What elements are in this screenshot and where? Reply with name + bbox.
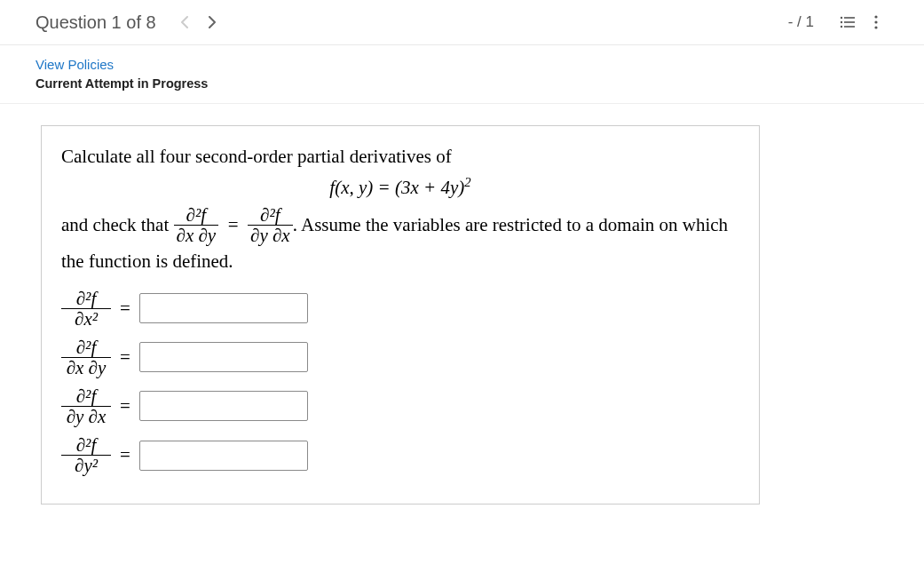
attempt-status: Current Attempt in Progress [36, 76, 888, 99]
kebab-icon [874, 15, 878, 29]
input-d2f-dydx[interactable] [139, 391, 308, 421]
answer-row-d2f-dxdy: ∂²f ∂x ∂y = [61, 338, 739, 377]
view-policies-link[interactable]: View Policies [36, 52, 888, 76]
answer-row-d2f-dydx: ∂²f ∂y ∂x = [61, 386, 739, 426]
label-d2f-dydx: ∂²f ∂y ∂x [61, 386, 111, 426]
question-header: Question 1 of 8 - / 1 [0, 0, 924, 45]
svg-point-7 [874, 20, 877, 23]
svg-rect-5 [844, 26, 855, 28]
input-d2f-dy2[interactable] [139, 441, 308, 471]
label-d2f-dy2: ∂²f ∂y² [61, 435, 111, 475]
svg-point-0 [841, 17, 842, 19]
prev-question-button[interactable] [172, 9, 199, 36]
input-d2f-dx2[interactable] [139, 293, 308, 323]
svg-point-6 [874, 15, 877, 18]
svg-point-8 [874, 26, 877, 28]
question-function: f(x, y) = (3x + 4y)2 [61, 173, 739, 203]
question-check-line: and check that ∂²f ∂x ∂y = ∂²f ∂y ∂x . A… [61, 207, 739, 276]
mixed-partial-2: ∂²f ∂y ∂x [248, 205, 293, 245]
meta-row: View Policies Current Attempt in Progres… [0, 45, 924, 103]
more-options-button[interactable] [864, 10, 888, 35]
chevron-left-icon [181, 16, 189, 28]
question-list-button[interactable] [835, 10, 860, 35]
question-counter: Question 1 of 8 [36, 12, 156, 33]
label-d2f-dx2: ∂²f ∂x² [61, 289, 111, 329]
question-body: Calculate all four second-order partial … [41, 125, 760, 505]
svg-rect-3 [844, 21, 855, 23]
next-question-button[interactable] [199, 9, 225, 36]
svg-rect-1 [844, 17, 855, 19]
input-d2f-dxdy[interactable] [139, 342, 308, 372]
answer-section: ∂²f ∂x² = ∂²f ∂x ∂y = ∂²f ∂y ∂x = [61, 289, 739, 475]
list-icon [840, 16, 856, 28]
answer-row-d2f-dx2: ∂²f ∂x² = [61, 289, 739, 329]
mixed-partial-1: ∂²f ∂x ∂y [174, 205, 219, 245]
answer-row-d2f-dy2: ∂²f ∂y² = [61, 435, 739, 475]
score-display: - / 1 [788, 13, 814, 31]
question-intro: Calculate all four second-order partial … [61, 142, 739, 171]
svg-point-2 [841, 21, 842, 23]
label-d2f-dxdy: ∂²f ∂x ∂y [61, 338, 111, 377]
chevron-right-icon [208, 16, 216, 28]
svg-point-4 [841, 26, 842, 28]
